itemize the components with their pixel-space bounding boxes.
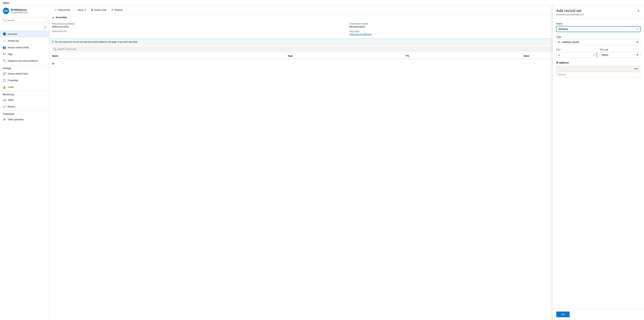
info-bar-message: You can search for record sets that have… [55,41,137,43]
tags-icon: 🏷 [3,53,6,56]
column-header-type: Type [288,55,406,57]
sidebar-item-locks[interactable]: 🔒 Locks [0,84,49,90]
sidebar-resource-header: DNS MYDNSZone Private DNS zone [0,6,49,16]
delete-zone-button[interactable]: 🗑 Delete zone [89,8,108,13]
row-type [288,62,406,65]
info-icon: ℹ [52,40,53,44]
ok-button[interactable]: OK [556,311,570,317]
ttl-unit-label: TTL unit [600,48,641,51]
ip-toolbar: ••• [556,66,640,72]
ttl-field: TTL* ✓ [556,48,597,58]
add-record-set-label: + Record set [57,9,70,11]
ip-address-group: IP address ••• [556,61,640,78]
sidebar-item-label-diagnose: Diagnose and solve problems [8,60,38,62]
panel-body: Name ✓ Type A – Address record AAAA – IP… [553,19,644,308]
sidebar-item-label-metrics: Metrics [8,105,15,108]
monitoring-section-label: Monitoring [0,91,49,97]
panel-title: Add record set [556,9,584,13]
sidebar-item-metrics[interactable]: 📈 Metrics [0,103,49,110]
type-select[interactable]: A – Address record AAAA – IPv6 address r… [556,39,640,45]
dns-avatar: DNS [3,8,9,14]
sidebar-search-icon: 🔍 [4,19,6,22]
name-field-label: Name [556,22,640,25]
diagnose-icon: 🔧 [3,59,6,62]
access-control-icon: 👥 [3,46,6,49]
delete-icon: 🗑 [91,9,93,11]
add-tags-link[interactable]: Click here to add tags [350,33,372,36]
essentials-chevron-icon: ▲ [52,16,54,19]
name-input[interactable] [556,26,640,32]
sidebar-item-label-activity: Activity log [8,40,19,42]
ttl-label: TTL* [556,48,597,51]
sidebar-collapse-button[interactable]: ⟨⟨ [43,25,48,31]
sidebar-item-diagnose[interactable]: 🔧 Diagnose and solve problems [0,57,49,64]
sidebar-search-container: 🔍 [0,16,49,25]
ip-more-options-button[interactable]: ••• [634,67,639,71]
sidebar-item-label-tags: Tags [8,53,12,56]
sidebar-item-virtual-network[interactable]: 🔗 Virtual network links [0,70,49,77]
sidebar-item-alerts[interactable]: 📊 Alerts [0,97,49,103]
tags-edit-link[interactable]: edit [355,30,358,33]
panel-header: Add record set privatelink.azurehdinsigh… [553,6,644,19]
ttl-unit-select[interactable]: Seconds Minutes Hours Days [600,52,641,58]
home-link[interactable]: Home [3,2,9,4]
sidebar-item-label-tasks: Tasks (preview) [8,118,24,121]
move-label: Move [78,9,84,11]
subscription-move-link[interactable]: move [362,23,368,25]
add-record-set-panel: Add record set privatelink.azurehdinsigh… [552,6,644,320]
resource-group-item: Resource group (move) MyResourceGrp [52,23,344,28]
sidebar-item-label-access: Access control (IAM) [8,46,29,49]
subscription-id-label: Subscription ID [52,30,344,33]
ttl-group: TTL* ✓ TTL unit Seconds Minutes [556,48,640,58]
sidebar-item-tasks[interactable]: ⚙ Tasks (preview) [0,116,49,123]
column-header-name: Name [52,55,288,57]
alerts-icon: 📊 [3,98,6,101]
record-search-icon: 🔍 [54,48,56,51]
virtual-network-icon: 🔗 [3,72,6,75]
ttl-unit-field: TTL unit Seconds Minutes Hours Days [600,48,641,58]
sidebar-item-access-control[interactable]: 👥 Access control (IAM) [0,44,49,51]
type-field-group: Type A – Address record AAAA – IPv6 addr… [556,36,640,45]
panel-footer: OK [553,308,644,320]
ip-address-label: IP address [556,61,640,64]
resource-group-value: MyResourceGrp [52,25,344,28]
row-ttl [406,62,524,65]
name-check-icon: ✓ [636,28,639,31]
sidebar: DNS MYDNSZone Private DNS zone 🔍 ⟨⟨ Over… [0,6,49,320]
move-dropdown-icon: ▾ [85,9,86,11]
settings-section-label: Settings [0,65,49,70]
breadcrumb: Home › [0,0,644,6]
sidebar-item-tags[interactable]: 🏷 Tags [0,51,49,57]
ip-address-input[interactable] [556,72,640,78]
sidebar-search-input[interactable] [2,18,47,23]
resource-group-move-link[interactable]: move [68,23,74,25]
row-name: @ [52,62,288,65]
refresh-button[interactable]: ↺ Refresh [109,8,125,13]
add-record-set-button[interactable]: ＋ + Record set [52,7,72,13]
breadcrumb-separator: › [10,2,11,4]
sidebar-item-properties[interactable]: 📋 Properties [0,77,49,84]
sidebar-item-label-alerts: Alerts [8,99,14,101]
resource-group-label: Resource group (move) [52,23,344,25]
tasks-icon: ⚙ [3,118,6,121]
ttl-input[interactable] [556,52,597,58]
sidebar-item-label-vnet: Virtual network links [8,72,28,75]
ttl-check-icon: ✓ [593,53,595,57]
locks-icon: 🔒 [3,85,6,89]
content-area: ＋ + Record set → Move ▾ 🗑 Delete zone ↺ … [49,6,644,320]
activity-log-icon: 📄 [3,39,6,42]
essentials-title: Essentials [56,16,67,19]
type-field-label: Type [556,36,640,38]
sidebar-item-overview[interactable]: Overview [0,31,49,37]
panel-subtitle: privatelink.azurehdinsight.net [556,13,584,16]
metrics-icon: 📈 [3,105,6,108]
sidebar-item-activity-log[interactable]: 📄 Activity log [0,37,49,44]
add-record-set-icon: ＋ [54,8,56,12]
column-header-ttl: TTL [406,55,524,57]
ttl-row: TTL* ✓ TTL unit Seconds Minutes [556,48,640,58]
move-button[interactable]: → Move ▾ [72,8,88,13]
sidebar-item-label-properties: Properties [8,79,18,82]
panel-close-button[interactable]: × [636,9,640,13]
name-field-group: Name ✓ [556,22,640,32]
subscription-id-item: Subscription ID [52,30,344,36]
